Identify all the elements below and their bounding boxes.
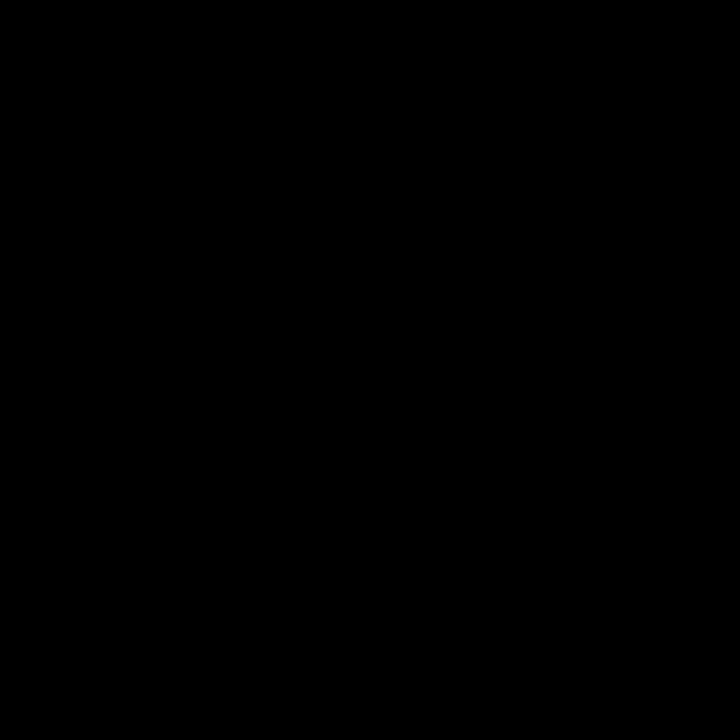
chart-stage bbox=[0, 0, 728, 728]
chart-svg bbox=[0, 0, 728, 728]
